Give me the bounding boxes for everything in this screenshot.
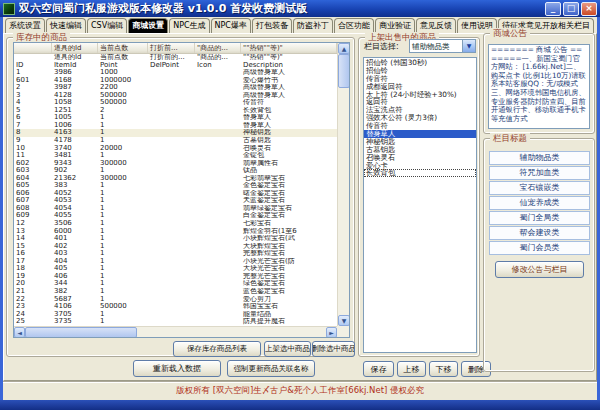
inventory-table[interactable]: 道具的Id当前点数打折前..."商品的...""热销""等)" 道具的Id当前点… bbox=[13, 42, 350, 338]
table-row[interactable]: 710061替身草人 bbox=[14, 122, 337, 130]
tab-7[interactable]: 打包装备 bbox=[252, 18, 292, 33]
table-row[interactable]: 512512长效背包 bbox=[14, 107, 337, 115]
table-row[interactable]: 1134811金锭包 bbox=[14, 152, 337, 160]
table-row[interactable]: 2256871爱心剪刀 bbox=[14, 296, 337, 304]
tab-11[interactable]: 意见反馈 bbox=[416, 18, 456, 33]
table-row[interactable]: 60940551白金鉴定宝石 bbox=[14, 212, 337, 220]
table-row[interactable]: 6039021钛晶 bbox=[14, 167, 337, 175]
table-row[interactable]: 1360001辉煌金羽石(1至6 bbox=[14, 228, 337, 236]
list-item[interactable]: 返回符 bbox=[364, 98, 476, 106]
scroll-left-icon[interactable]: ◄ bbox=[14, 327, 25, 338]
force-update-names-button[interactable]: 强制更新商品关联名称 bbox=[227, 360, 315, 377]
table-row[interactable]: 213821蓝色鉴定宝石 bbox=[14, 288, 337, 296]
tab-3[interactable]: CSV编辑 bbox=[87, 18, 127, 33]
list-item[interactable]: 成都返回符 bbox=[364, 83, 476, 91]
list-item[interactable]: 替身草人 bbox=[364, 130, 476, 138]
save-button[interactable]: 保存 bbox=[363, 361, 394, 377]
tab-10[interactable]: 商业验证 bbox=[375, 18, 415, 33]
table-row[interactable]: 194061完整光芒宝石 bbox=[14, 273, 337, 281]
list-item[interactable]: 招仙铃 bbox=[364, 67, 476, 75]
column-header[interactable] bbox=[14, 43, 52, 53]
table-row[interactable]: 10374020000召唤灵石 bbox=[14, 145, 337, 153]
inventory-table-header[interactable]: 道具的Id当前点数打折前..."商品的...""热销""等)" bbox=[14, 43, 337, 54]
table-row[interactable]: 60421362300000七彩翡翠宝石 bbox=[14, 175, 337, 183]
list-item[interactable]: 古墓钥匙 bbox=[364, 146, 476, 154]
tab-8[interactable]: 防盗补丁 bbox=[293, 18, 333, 33]
table-row[interactable]: 234106500000韩国宝宝石 bbox=[14, 303, 337, 311]
table-row[interactable]: 144011小块辉煌宝石(武 bbox=[14, 235, 337, 243]
maximize-button[interactable]: □ bbox=[563, 2, 579, 16]
minimize-button[interactable]: _ bbox=[545, 2, 561, 16]
table-row[interactable]: 34128500000高级替身草人 bbox=[14, 92, 337, 100]
category-row-1[interactable]: 辅助物品类 bbox=[489, 151, 590, 165]
onsale-listbox[interactable]: 招仙铃 (韩国30秒)招仙铃传音符成都返回符太上符 (24小时经验+30%)返回… bbox=[363, 57, 477, 353]
table-row[interactable]: 6053831金色鉴定宝石 bbox=[14, 182, 337, 190]
tab-4[interactable]: 商城设置 bbox=[128, 18, 168, 33]
column-header[interactable]: 当前点数 bbox=[98, 43, 148, 53]
column-header[interactable]: 打折前... bbox=[148, 43, 195, 53]
close-button[interactable]: × bbox=[581, 2, 597, 16]
column-header[interactable]: "商品的... bbox=[195, 43, 241, 53]
column-header[interactable]: ""热销""等)" bbox=[241, 43, 337, 53]
table-row[interactable]: 154021大块辉煌宝石 bbox=[14, 243, 337, 251]
list-item[interactable]: 法宝洗点符 bbox=[364, 106, 476, 114]
vertical-scrollbar[interactable]: ▲ ▼ bbox=[337, 43, 349, 326]
table-row[interactable]: 941781古墓钥匙 bbox=[14, 137, 337, 145]
list-item[interactable]: 长效背包 bbox=[364, 169, 476, 177]
table-row[interactable]: 60740531天蓝鉴定宝石 bbox=[14, 197, 337, 205]
table-row[interactable]: IDItemIdPointDelPointIconDescription bbox=[14, 62, 337, 70]
category-row-2[interactable]: 符咒加血类 bbox=[489, 166, 590, 180]
move-down-button[interactable]: 下移 bbox=[429, 361, 458, 377]
category-row-5[interactable]: 蜀门全局类 bbox=[489, 211, 590, 225]
table-row[interactable]: 139861000高级替身草人 bbox=[14, 69, 337, 77]
list-item[interactable]: 传音符 bbox=[364, 122, 476, 130]
tab-9[interactable]: 合区功能 bbox=[334, 18, 374, 33]
table-row[interactable]: 184051大块光芒宝石 bbox=[14, 265, 337, 273]
vertical-scroll-thumb[interactable] bbox=[338, 54, 350, 88]
list-item[interactable]: 神秘钥匙 bbox=[364, 138, 476, 146]
table-row[interactable]: 60640521曙金鉴定宝石 bbox=[14, 190, 337, 198]
table-row[interactable]: 2437051能量结晶 bbox=[14, 311, 337, 319]
category-combobox[interactable]: 辅助物品类 ▼ bbox=[409, 39, 476, 53]
tab-5[interactable]: NPC生成 bbox=[169, 18, 209, 33]
list-item[interactable]: 太上符 (24小时经验+30%) bbox=[364, 91, 476, 99]
table-row[interactable]: 174041小块光芒宝石(防 bbox=[14, 258, 337, 266]
save-inventory-list-button[interactable]: 保存库存商品列表 bbox=[173, 341, 261, 357]
horizontal-scroll-thumb[interactable] bbox=[25, 327, 137, 338]
category-row-7[interactable]: 蜀门会员类 bbox=[489, 241, 590, 255]
table-row[interactable]: 41058500000传音符 bbox=[14, 99, 337, 107]
tab-2[interactable]: 快速编辑 bbox=[46, 18, 86, 33]
table-row[interactable]: 6029343300000翡翠属性石 bbox=[14, 160, 337, 168]
horizontal-scrollbar[interactable]: ◄ ► bbox=[14, 326, 337, 337]
tab-1[interactable]: 系统设置 bbox=[5, 18, 45, 33]
table-row[interactable]: 841631神秘钥匙 bbox=[14, 129, 337, 137]
table-row[interactable]: 60141681000000爱心爆竹书 bbox=[14, 77, 337, 85]
column-header[interactable]: 道具的Id bbox=[52, 43, 98, 53]
table-row[interactable]: 道具的Id当前点数打折前的..."商品的...""热销""等)" bbox=[14, 54, 337, 62]
category-row-6[interactable]: 帮会建设类 bbox=[489, 226, 590, 240]
edit-announcement-button[interactable]: 修改公告与栏目 bbox=[495, 261, 584, 278]
list-item[interactable]: 爱心卡 bbox=[364, 162, 476, 170]
list-item[interactable]: 召唤灵石 bbox=[364, 154, 476, 162]
table-row[interactable]: 610051替身草人 bbox=[14, 114, 337, 122]
tab-6[interactable]: NPC爆率 bbox=[211, 18, 251, 33]
table-row[interactable]: 164031完整辉煌宝石 bbox=[14, 250, 337, 258]
table-row[interactable]: 1235061七彩宝石 bbox=[14, 220, 337, 228]
putup-selected-button[interactable]: 上架选中商品 bbox=[264, 341, 311, 357]
table-row[interactable]: 203441绿色鉴定宝石 bbox=[14, 280, 337, 288]
announcement-textarea[interactable]: ======= 商城 公告 =======一、新国宝蜀门官方网站： [1.66k… bbox=[488, 44, 590, 129]
table-row[interactable]: 60840541翡翠绿鉴定宝石 bbox=[14, 205, 337, 213]
category-row-3[interactable]: 宝石镶嵌类 bbox=[489, 181, 590, 195]
scroll-right-icon[interactable]: ► bbox=[326, 327, 337, 338]
category-row-4[interactable]: 仙宠养成类 bbox=[489, 196, 590, 210]
delete-selected-button[interactable]: 删除选中商品 bbox=[312, 341, 355, 357]
table-row[interactable]: 239872200高级替身草人 bbox=[14, 84, 337, 92]
table-row[interactable]: 2537351防具提升魔石 bbox=[14, 318, 337, 326]
scroll-down-icon[interactable]: ▼ bbox=[338, 315, 350, 326]
move-up-button[interactable]: 上移 bbox=[397, 361, 426, 377]
list-item[interactable]: 强效木公符 (灵力3倍) bbox=[364, 114, 476, 122]
list-item[interactable]: 招仙铃 (韩国30秒) bbox=[364, 59, 476, 67]
chevron-down-icon[interactable]: ▼ bbox=[462, 40, 475, 52]
reload-data-button[interactable]: 重新载入数据 bbox=[133, 360, 221, 377]
list-item[interactable]: 传音符 bbox=[364, 75, 476, 83]
